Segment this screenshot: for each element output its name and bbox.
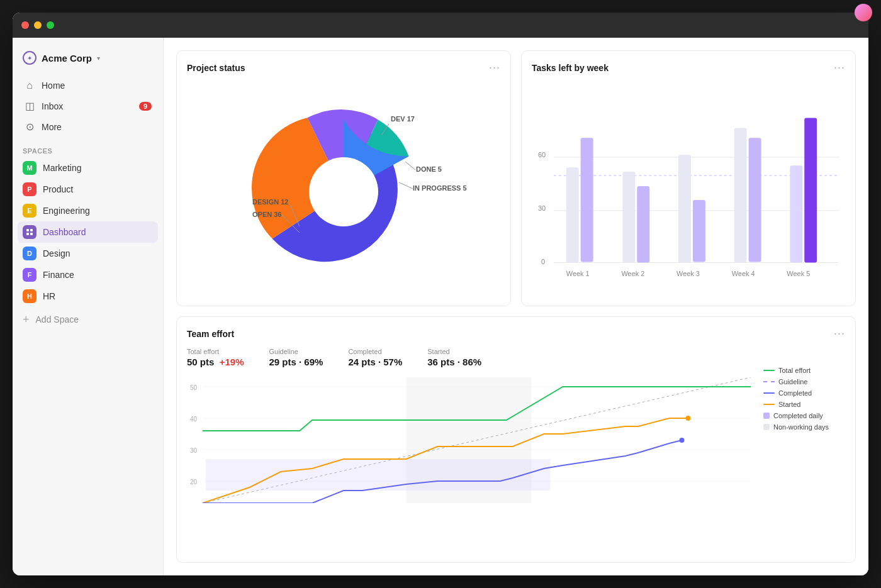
main-content: Project status ···: [164, 38, 868, 575]
completed-dot: [680, 438, 685, 443]
charts-row: Project status ···: [176, 50, 856, 306]
inbox-badge: 9: [139, 102, 152, 111]
stat-started-value: 36 pts · 86%: [427, 357, 481, 367]
team-effort-header: Team effort ···: [187, 327, 845, 340]
legend-total-effort: Total effort: [763, 367, 845, 374]
dashboard-icon: [23, 225, 36, 239]
sidebar-item-product[interactable]: P Product: [18, 179, 158, 200]
sidebar-item-marketing[interactable]: M Marketing: [18, 157, 158, 179]
label-dev: DEV 17: [391, 115, 415, 123]
bar-w5-1: [790, 165, 802, 262]
legend-guideline-label: Guideline: [778, 378, 807, 386]
bar-chart-svg: 0 30 60: [532, 82, 845, 296]
pie-center: [309, 157, 378, 226]
stat-completed-label: Completed: [348, 348, 402, 355]
legend-guideline-line: [763, 381, 775, 382]
y-label-0: 0: [541, 258, 545, 265]
sidebar-item-more[interactable]: ⊙ More: [18, 116, 158, 137]
completed-daily-area: [206, 459, 551, 491]
app-body: Acme Corp ▾ ⌂ Home ◫ Inbox 9 ⊙ More: [13, 38, 868, 575]
sidebar-item-hr[interactable]: H HR: [18, 286, 158, 307]
legend-completed-line: [763, 392, 775, 394]
design-avatar: D: [23, 247, 36, 260]
engineering-avatar: E: [23, 204, 36, 218]
project-status-header: Project status ···: [187, 61, 500, 74]
inbox-icon: ◫: [24, 100, 35, 112]
sidebar-item-engineering[interactable]: E Engineering: [18, 200, 158, 221]
legend-non-working: Non-working days: [763, 423, 845, 431]
sidebar-item-design[interactable]: D Design: [18, 243, 158, 264]
team-effort-chart: 50 40 30 20: [187, 377, 751, 503]
effort-legend: Total effort Guideline Completed St: [763, 348, 845, 431]
legend-total-effort-line: [763, 370, 775, 371]
traffic-lights: [21, 21, 54, 29]
bar-w3-2: [693, 200, 705, 262]
bar-w1-1: [566, 167, 579, 262]
line-done: [405, 162, 415, 170]
finance-label: Finance: [43, 270, 74, 280]
line-in-progress: [399, 182, 413, 189]
x-label-w4: Week 4: [732, 270, 755, 277]
more-icon: ⊙: [24, 121, 35, 133]
hr-avatar: H: [23, 289, 36, 303]
stat-completed-value: 24 pts · 57%: [348, 357, 402, 367]
team-effort-more-button[interactable]: ···: [834, 327, 845, 340]
project-status-more-button[interactable]: ···: [489, 61, 500, 74]
bar-chart-container: 0 30 60: [532, 82, 845, 296]
stat-total-label: Total effort: [187, 348, 244, 355]
bar-w2-2: [637, 186, 649, 263]
y-label-60: 60: [538, 151, 546, 158]
legend-completed-daily-label: Completed daily: [773, 412, 823, 419]
close-button[interactable]: [21, 21, 29, 29]
label-done: DONE 5: [416, 165, 442, 173]
bar-w4-2: [749, 138, 761, 262]
sidebar-item-home[interactable]: ⌂ Home: [18, 75, 158, 96]
sidebar-item-finance[interactable]: F Finance: [18, 264, 158, 286]
sidebar-item-dashboard[interactable]: Dashboard: [18, 221, 158, 243]
stat-started: Started 36 pts · 86%: [427, 348, 481, 367]
tasks-title: Tasks left by week: [532, 63, 609, 73]
pie-chart-container: OPEN 36 DESIGN 12 DEV 17 DONE 5 IN PROGR…: [187, 82, 500, 296]
stat-started-label: Started: [427, 348, 481, 355]
avatar[interactable]: [855, 13, 868, 21]
sidebar-nav: ⌂ Home ◫ Inbox 9 ⊙ More: [13, 73, 163, 140]
tasks-more-button[interactable]: ···: [834, 61, 845, 74]
bar-w5-2: [804, 118, 817, 262]
plus-icon: +: [23, 314, 30, 325]
stat-total-value: 50 pts +19%: [187, 357, 244, 367]
minimize-button[interactable]: [34, 21, 42, 29]
legend-started-label: Started: [778, 401, 800, 408]
y-40: 40: [190, 416, 198, 423]
sidebar-item-more-label: More: [42, 122, 62, 132]
sidebar-item-inbox-label: Inbox: [42, 101, 63, 111]
tasks-header: Tasks left by week ···: [532, 61, 845, 74]
sidebar-item-inbox[interactable]: ◫ Inbox 9: [18, 96, 158, 116]
bar-w3-1: [678, 155, 691, 262]
stat-completed: Completed 24 pts · 57%: [348, 348, 402, 367]
marketing-avatar: M: [23, 161, 36, 175]
sidebar-header: Acme Corp ▾: [13, 38, 163, 73]
hr-label: HR: [43, 291, 55, 301]
engineering-label: Engineering: [43, 206, 90, 216]
brand-icon: [23, 51, 36, 65]
team-effort-body: Total effort 50 pts +19% Guideline 29 pt…: [187, 348, 845, 503]
team-effort-title: Team effort: [187, 329, 234, 339]
marketing-label: Marketing: [43, 163, 81, 173]
add-space-button[interactable]: + Add Space: [18, 309, 158, 330]
effort-chart-svg: 50 40 30 20: [187, 377, 751, 503]
dashboard-label: Dashboard: [43, 227, 86, 237]
svg-rect-1: [30, 229, 33, 231]
bar-w2-1: [622, 172, 635, 262]
svg-rect-3: [30, 233, 33, 235]
add-space-label: Add Space: [36, 314, 79, 325]
stat-total-effort: Total effort 50 pts +19%: [187, 348, 244, 367]
x-label-w1: Week 1: [566, 270, 590, 277]
maximize-button[interactable]: [47, 21, 54, 29]
label-in-progress: IN PROGRESS 5: [413, 184, 467, 192]
stat-guideline-value: 29 pts · 69%: [269, 357, 323, 367]
chevron-down-icon: ▾: [97, 55, 100, 62]
spaces-list: M Marketing P Product E Engineering: [13, 157, 163, 332]
x-label-w3: Week 3: [676, 270, 700, 277]
design-label: Design: [43, 248, 70, 258]
svg-rect-0: [26, 229, 29, 231]
